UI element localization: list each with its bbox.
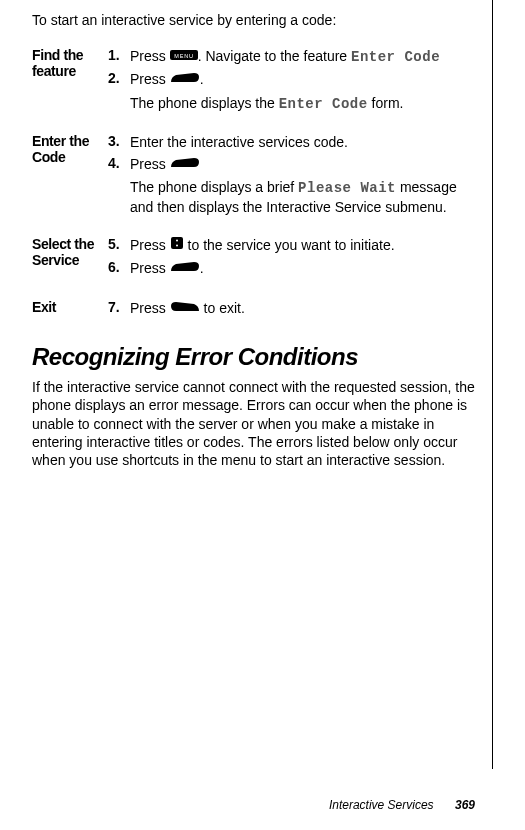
text: Press	[130, 260, 170, 276]
step-body: Press to exit.	[130, 299, 475, 318]
section-paragraph: If the interactive service cannot connec…	[32, 378, 475, 469]
menu-icon: MENU	[170, 47, 198, 65]
row-label: Find the feature	[32, 47, 108, 117]
footer-page-number: 369	[455, 798, 475, 812]
text: The phone displays the	[130, 95, 279, 111]
vertical-rule	[492, 0, 493, 769]
step-sub: The phone displays a brief Please Wait m…	[130, 178, 475, 215]
step-body: Press .	[130, 259, 475, 278]
row-steps: 7. Press to exit.	[108, 299, 475, 322]
step-body: Press	[130, 155, 475, 174]
table-row: Find the feature 1. Press MENU. Navigate…	[32, 39, 475, 125]
svg-text:MENU: MENU	[174, 53, 193, 59]
step-number: 3.	[108, 133, 130, 151]
step-body: Press .	[130, 70, 475, 89]
soft-key-right-icon	[170, 155, 200, 173]
code-text: Please Wait	[298, 180, 396, 196]
step-body: Enter the interactive services code.	[130, 133, 475, 151]
table-row: Select the Service 5. Press to the servi…	[32, 228, 475, 291]
text: to the service you want to initiate.	[184, 237, 395, 253]
row-label: Select the Service	[32, 236, 108, 283]
text: The phone displays a brief	[130, 179, 298, 195]
svg-point-3	[176, 239, 178, 241]
table-row: Enter the Code 3. Enter the interactive …	[32, 125, 475, 228]
code-text: Enter Code	[279, 96, 368, 112]
step: 3. Enter the interactive services code.	[108, 133, 475, 151]
text: Press	[130, 48, 170, 64]
step-number: 7.	[108, 299, 130, 318]
svg-rect-2	[171, 237, 183, 249]
row-steps: 1. Press MENU. Navigate to the feature E…	[108, 47, 475, 117]
text: Press	[130, 237, 170, 253]
intro-text: To start an interactive service by enter…	[32, 12, 475, 29]
step: 1. Press MENU. Navigate to the feature E…	[108, 47, 475, 66]
row-label: Exit	[32, 299, 108, 322]
soft-key-right-icon	[170, 259, 200, 277]
step-number: 6.	[108, 259, 130, 278]
step-number: 4.	[108, 155, 130, 174]
soft-key-right-icon	[170, 70, 200, 88]
text: Press	[130, 300, 170, 316]
soft-key-left-icon	[170, 299, 200, 317]
step-body: Press MENU. Navigate to the feature Ente…	[130, 47, 475, 66]
step-number: 1.	[108, 47, 130, 66]
step-sub: The phone displays the Enter Code form.	[130, 94, 475, 113]
svg-point-4	[176, 244, 178, 246]
step: 5. Press to the service you want to init…	[108, 236, 475, 255]
page-footer: Interactive Services 369	[329, 798, 475, 812]
step: 6. Press .	[108, 259, 475, 278]
step: 4. Press	[108, 155, 475, 174]
text: .	[200, 71, 204, 87]
footer-title: Interactive Services	[329, 798, 434, 812]
text: to exit.	[200, 300, 245, 316]
row-steps: 3. Enter the interactive services code. …	[108, 133, 475, 220]
code-text: Enter Code	[351, 49, 440, 65]
row-label: Enter the Code	[32, 133, 108, 220]
text: . Navigate to the feature	[198, 48, 351, 64]
table-row: Exit 7. Press to exit.	[32, 291, 475, 330]
text: Press	[130, 71, 170, 87]
procedure-table: Find the feature 1. Press MENU. Navigate…	[32, 39, 475, 330]
step: 7. Press to exit.	[108, 299, 475, 318]
text: Press	[130, 156, 170, 172]
text: Enter the interactive services code.	[130, 134, 348, 150]
text: form.	[368, 95, 404, 111]
step-number: 5.	[108, 236, 130, 255]
step: 2. Press .	[108, 70, 475, 89]
section-heading: Recognizing Error Conditions	[32, 344, 475, 370]
row-steps: 5. Press to the service you want to init…	[108, 236, 475, 283]
step-body: Press to the service you want to initiat…	[130, 236, 475, 255]
scroll-key-icon	[170, 236, 184, 254]
text: .	[200, 260, 204, 276]
step-number: 2.	[108, 70, 130, 89]
